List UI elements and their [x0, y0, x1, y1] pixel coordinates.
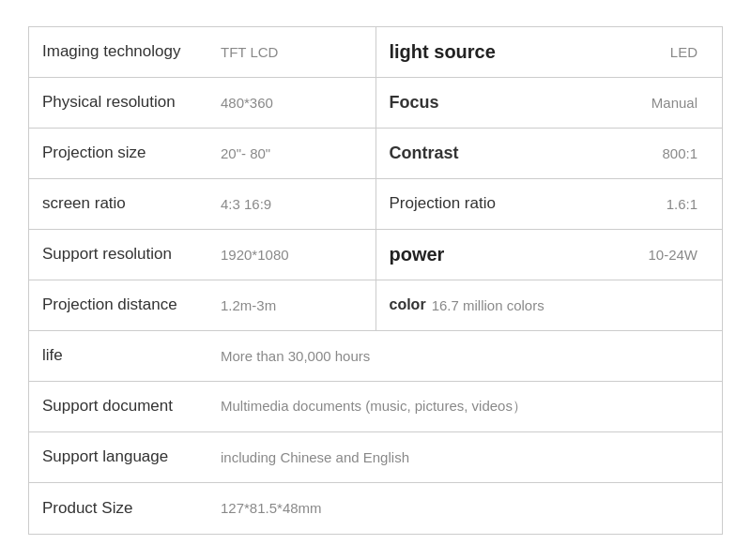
left-value: 480*360 [221, 95, 362, 111]
right-value: 800:1 [483, 145, 710, 161]
full-cell: Product Size127*81.5*48mm [29, 490, 722, 527]
table-row: screen ratio4:3 16:9Projection ratio1.6:… [29, 179, 722, 230]
left-value: TFT LCD [221, 44, 362, 60]
right-inline-value: 16.7 million colors [432, 297, 709, 313]
full-label: Support document [42, 397, 221, 416]
left-value: 1920*1080 [221, 247, 362, 263]
left-value: 1.2m-3m [221, 297, 362, 313]
full-label: life [42, 346, 221, 365]
full-value: More than 30,000 hours [221, 348, 370, 364]
right-value: 10-24W [540, 247, 710, 263]
left-label: Imaging technology [42, 42, 221, 61]
right-cell: color16.7 million colors [376, 287, 723, 323]
right-cell: light sourceLED [376, 32, 723, 72]
table-row: Projection distance1.2m-3mcolor16.7 mill… [29, 280, 722, 331]
left-cell: Support resolution1920*1080 [29, 235, 376, 273]
table-row: Projection size20"- 80"Contrast800:1 [29, 129, 722, 179]
right-label: power [390, 244, 540, 265]
full-value: 127*81.5*48mm [221, 500, 322, 516]
left-label: screen ratio [42, 194, 221, 213]
full-value: including Chinese and English [221, 449, 409, 465]
table-row: lifeMore than 30,000 hours [29, 331, 722, 382]
left-cell: Physical resolution480*360 [29, 83, 376, 121]
right-label: Contrast [390, 144, 483, 163]
right-label: color [390, 296, 426, 313]
right-value: 1.6:1 [540, 196, 710, 212]
left-cell: screen ratio4:3 16:9 [29, 185, 376, 222]
left-label: Support resolution [42, 245, 221, 264]
table-row: Physical resolution480*360FocusManual [29, 78, 722, 129]
table-row: Support documentMultimedia documents (mu… [29, 382, 722, 432]
right-label: Focus [390, 93, 483, 113]
left-value: 20"- 80" [221, 145, 362, 161]
full-cell: Support documentMultimedia documents (mu… [29, 387, 722, 425]
full-cell: Support languageincluding Chinese and En… [29, 438, 722, 476]
left-value: 4:3 16:9 [221, 196, 362, 212]
table-row: Imaging technologyTFT LCDlight sourceLED [29, 27, 722, 78]
right-cell: FocusManual [376, 83, 723, 122]
right-value: Manual [483, 95, 710, 111]
full-value: Multimedia documents (music, pictures, v… [221, 398, 527, 416]
table-row: Support languageincluding Chinese and En… [29, 432, 722, 483]
full-label: Product Size [42, 499, 221, 518]
right-cell: Contrast800:1 [376, 134, 723, 173]
left-label: Projection distance [42, 295, 221, 314]
table-row: Support resolution1920*1080power10-24W [29, 230, 722, 280]
right-value: LED [540, 44, 710, 60]
table-row: Product Size127*81.5*48mm [29, 483, 722, 534]
left-cell: Imaging technologyTFT LCD [29, 33, 376, 70]
specs-table: Imaging technologyTFT LCDlight sourceLED… [28, 26, 723, 535]
left-cell: Projection size20"- 80" [29, 134, 376, 172]
right-cell: power10-24W [376, 235, 723, 275]
right-cell: Projection ratio1.6:1 [376, 185, 723, 222]
left-label: Projection size [42, 144, 221, 162]
full-label: Support language [42, 447, 221, 466]
full-cell: lifeMore than 30,000 hours [29, 337, 722, 374]
right-label: light source [390, 41, 540, 63]
right-label: Projection ratio [390, 194, 540, 213]
left-cell: Projection distance1.2m-3m [29, 286, 376, 324]
left-label: Physical resolution [42, 93, 221, 112]
